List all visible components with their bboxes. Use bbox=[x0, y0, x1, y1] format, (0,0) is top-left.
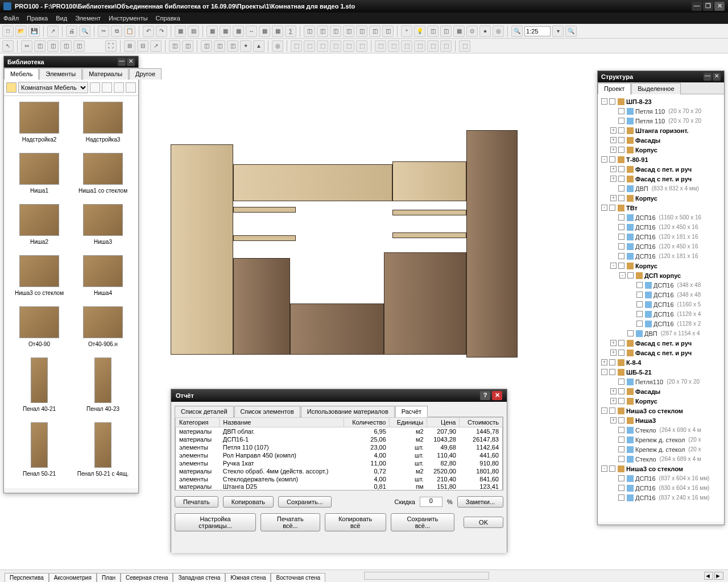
expand-icon[interactable]: + bbox=[610, 195, 617, 201]
tree-node[interactable]: +Фасады bbox=[599, 386, 723, 396]
print-icon[interactable]: 🖨 bbox=[66, 26, 77, 37]
al5-icon[interactable]: ⬚ bbox=[343, 40, 354, 52]
checkbox[interactable] bbox=[618, 340, 624, 346]
page-setup-button[interactable]: Настройка страницы... bbox=[175, 513, 256, 531]
tree-node[interactable]: ДСП16(120 x 450 x 16 bbox=[599, 222, 723, 232]
label-icon[interactable]: ᵃ bbox=[401, 26, 412, 37]
al3-icon[interactable]: ⬚ bbox=[317, 40, 328, 52]
al1-icon[interactable]: ⬚ bbox=[291, 40, 302, 52]
c2-icon[interactable]: ◫ bbox=[317, 26, 328, 37]
checkbox[interactable] bbox=[609, 465, 615, 472]
checkbox[interactable] bbox=[636, 292, 643, 298]
checkbox[interactable] bbox=[609, 98, 615, 105]
menu-edit[interactable]: Правка bbox=[27, 15, 48, 22]
menu-help[interactable]: Справка bbox=[156, 15, 180, 22]
checkbox[interactable] bbox=[618, 137, 624, 143]
report-col-header[interactable]: Цена bbox=[427, 418, 460, 427]
checkbox[interactable] bbox=[618, 350, 624, 356]
preview-icon[interactable]: 🔍 bbox=[79, 26, 90, 37]
table-row[interactable]: элементыПетля 110 (107)23,00шт.49,681142… bbox=[176, 443, 503, 451]
di4-icon[interactable]: ⬚ bbox=[414, 40, 425, 52]
menu-file[interactable]: Файл bbox=[3, 15, 19, 22]
report-col-header[interactable]: Единицы bbox=[390, 418, 427, 427]
library-tab-1[interactable]: Элементы bbox=[39, 68, 82, 80]
report-col-header[interactable]: Количество bbox=[344, 418, 390, 427]
redo-icon[interactable]: ↷ bbox=[156, 26, 167, 37]
expand-icon[interactable]: - bbox=[601, 465, 607, 472]
tree-node[interactable]: Стекло(264 x 689 x 4 м bbox=[599, 454, 723, 464]
library-item[interactable]: Пенал 40-23 bbox=[73, 357, 133, 418]
al4-icon[interactable]: ⬚ bbox=[330, 40, 341, 52]
select-icon[interactable]: ↖ bbox=[2, 40, 14, 52]
report-col-header[interactable]: Название bbox=[220, 418, 344, 427]
table-row[interactable]: элементыРучка 1кат11,00шт.82,80910,80 bbox=[176, 459, 503, 467]
tree-node[interactable]: +Фасад с пет. и руч bbox=[599, 338, 723, 348]
expand-icon[interactable]: + bbox=[610, 166, 617, 172]
checkbox[interactable] bbox=[618, 118, 624, 124]
checkbox[interactable] bbox=[618, 195, 624, 201]
s2-icon[interactable]: ◫ bbox=[34, 40, 46, 52]
print-all-button[interactable]: Печатать всё... bbox=[260, 513, 320, 531]
s3-icon[interactable]: ◫ bbox=[47, 40, 59, 52]
c7-icon[interactable]: ◫ bbox=[382, 26, 394, 37]
tree-node[interactable]: ДСП16(120 x 181 x 16 bbox=[599, 251, 723, 261]
checkbox[interactable] bbox=[618, 446, 624, 452]
view2-icon[interactable]: ▦ bbox=[220, 26, 231, 37]
scroll-right-icon[interactable]: ► bbox=[714, 572, 723, 580]
a3-icon[interactable]: ◫ bbox=[201, 40, 212, 52]
tree-node[interactable]: -ШП-8-23 bbox=[599, 97, 723, 106]
s5-icon[interactable]: ◫ bbox=[73, 40, 85, 52]
checkbox[interactable] bbox=[618, 127, 624, 134]
tree-node[interactable]: +Фасад с пет. и руч bbox=[599, 348, 723, 357]
checkbox[interactable] bbox=[618, 243, 624, 250]
tree-node[interactable]: +Фасад с пет. и руч bbox=[599, 164, 723, 174]
g3-icon[interactable]: ⊟ bbox=[137, 40, 148, 52]
checkbox[interactable] bbox=[618, 417, 624, 423]
view-tab-2[interactable]: План bbox=[97, 573, 121, 582]
checkbox[interactable] bbox=[618, 427, 624, 433]
lib-btn1-icon[interactable] bbox=[90, 82, 100, 93]
al6-icon[interactable]: ⬚ bbox=[356, 40, 367, 52]
library-item[interactable]: Ниша3 со стеклом bbox=[10, 255, 69, 302]
report-close-icon[interactable]: ✕ bbox=[492, 391, 502, 400]
report-tab-3[interactable]: Расчёт bbox=[395, 406, 428, 417]
di3-icon[interactable]: ⬚ bbox=[401, 40, 412, 52]
checkbox[interactable] bbox=[618, 475, 624, 481]
tree-node[interactable]: ДВП(287 x 1154 x 4 bbox=[599, 329, 723, 338]
zoom-out-icon[interactable]: 🔍 bbox=[511, 26, 523, 37]
tree-node[interactable]: -ДСП корпус bbox=[599, 271, 723, 280]
h-scrollbar[interactable] bbox=[364, 572, 489, 580]
view4-icon[interactable]: ↔ bbox=[246, 26, 257, 37]
checkbox[interactable] bbox=[636, 301, 643, 307]
expand-icon[interactable]: - bbox=[601, 98, 607, 105]
report-col-header[interactable]: Стоимость bbox=[460, 418, 503, 427]
copy-button[interactable]: Копировать bbox=[223, 496, 274, 508]
library-item[interactable]: Ниша3 bbox=[73, 204, 133, 251]
discount-spinner[interactable]: 0 bbox=[420, 497, 442, 507]
tree-node[interactable]: -ТВт bbox=[599, 203, 723, 213]
light-icon[interactable]: 💡 bbox=[414, 26, 425, 37]
view-tab-4[interactable]: Западная стена bbox=[173, 573, 225, 582]
checkbox[interactable] bbox=[618, 176, 624, 182]
ok-button[interactable]: OK bbox=[464, 517, 503, 528]
3d-viewport[interactable] bbox=[165, 88, 535, 360]
tree-node[interactable]: ДСП16(120 x 450 x 16 bbox=[599, 242, 723, 251]
expand-icon[interactable]: + bbox=[610, 388, 617, 394]
expand-icon[interactable]: - bbox=[601, 156, 607, 163]
expand-icon[interactable]: + bbox=[610, 417, 617, 423]
library-tab-2[interactable]: Материалы bbox=[82, 68, 129, 80]
structure-close-icon[interactable]: ✕ bbox=[713, 73, 721, 81]
menu-view[interactable]: Вид bbox=[56, 15, 67, 22]
library-item[interactable]: Пенал 40-21 bbox=[10, 357, 69, 418]
g1-icon[interactable]: ⛶ bbox=[105, 40, 117, 52]
target-icon[interactable]: ◎ bbox=[272, 40, 283, 52]
notes-button[interactable]: Заметки... bbox=[457, 496, 503, 508]
expand-icon[interactable]: + bbox=[610, 137, 617, 143]
save-all-button[interactable]: Сохранить всё... bbox=[391, 513, 454, 531]
view5-icon[interactable]: ▦ bbox=[259, 26, 270, 37]
table-row[interactable]: элементыРол Направл 450 (компл)4,00шт.11… bbox=[176, 451, 503, 459]
view3-icon[interactable]: ▦ bbox=[233, 26, 244, 37]
checkbox[interactable] bbox=[609, 369, 615, 375]
tree-node[interactable]: ДСП16(837 x 604 x 16 мм) bbox=[599, 473, 723, 483]
a1-icon[interactable]: ◫ bbox=[169, 40, 180, 52]
